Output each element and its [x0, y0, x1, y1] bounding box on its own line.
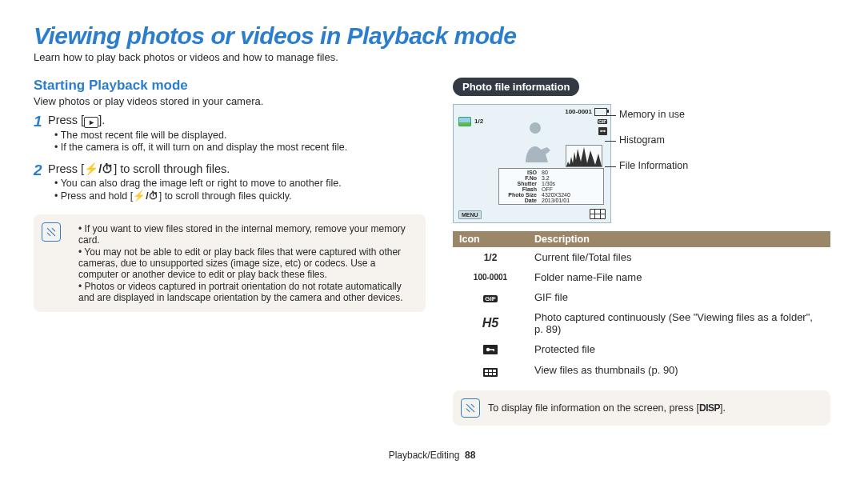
note-box: If you want to view files stored in the …: [34, 214, 426, 312]
step-number: 1: [34, 114, 48, 130]
tip-text-b: ].: [720, 402, 726, 414]
callout-fileinfo: File Information: [619, 160, 688, 171]
thumbnails-button[interactable]: [590, 209, 606, 219]
playback-icon: ▸: [84, 117, 98, 128]
th-desc: Description: [528, 231, 830, 247]
k-flash: Flash: [502, 186, 542, 192]
step2-text-a: Press [: [48, 162, 84, 175]
flash-timer-icon: ⚡/⏱: [133, 190, 158, 202]
step1-bullet-2: If the camera is off, it will turn on an…: [54, 142, 426, 153]
disp-button-label: DISP: [699, 402, 720, 414]
desc-protected: Protected file: [528, 339, 830, 359]
file-number: 100-0001: [565, 108, 592, 115]
footer-section: Playback/Editing: [389, 450, 460, 461]
th-icon: Icon: [453, 231, 528, 247]
footer-page: 88: [465, 450, 475, 461]
tip-text-a: To display file information on the scree…: [488, 402, 699, 414]
section-heading: Starting Playback mode: [34, 78, 426, 94]
icon-table: Icon Description 1/2Current file/Total f…: [453, 231, 830, 381]
note-3: Photos or videos captured in portrait or…: [78, 281, 414, 303]
k-photosize: Photo Size: [502, 192, 542, 198]
menu-button[interactable]: MENU: [458, 210, 482, 219]
v-fno: 3.2: [542, 175, 550, 181]
callout-memory: Memory in use: [619, 109, 688, 120]
photo-silhouette: [511, 119, 559, 168]
right-column: Photo file information 1/2 100-0001: [453, 78, 830, 426]
camera-screen: 1/2 100-0001 GIF ⊶: [453, 104, 611, 223]
subhead-pill: Photo file information: [453, 78, 579, 96]
tip-box: To display file information on the scree…: [453, 390, 830, 426]
step1-text-a: Press [: [48, 114, 84, 126]
step-number: 2: [34, 162, 48, 178]
v-date: 2013/01/01: [542, 198, 570, 203]
desc-fileno: Folder name-File name: [528, 267, 830, 287]
page-title: Viewing photos or videos in Playback mod…: [34, 22, 830, 50]
lock-icon: ⊶: [598, 127, 607, 135]
step2-b2-b: ] to scroll through files quickly.: [159, 190, 292, 202]
v-flash: OFF: [542, 186, 553, 192]
lead-text: Learn how to play back photos or videos …: [34, 51, 830, 63]
step2-bullet-1: You can also drag the image left or righ…: [54, 178, 426, 189]
svg-rect-2: [494, 349, 494, 351]
note-icon: [461, 398, 480, 418]
k-fno: F.No: [502, 175, 542, 181]
section-sub: View photos or play videos stored in you…: [34, 95, 426, 107]
svg-point-0: [486, 347, 490, 350]
file-counter: 1/2: [474, 118, 483, 125]
step-1: 1 Press [▸]. The most recent file will b…: [34, 114, 426, 158]
step1-text-b: ].: [98, 114, 105, 126]
step2-bullet-2: Press and hold [⚡/⏱] to scroll through f…: [54, 190, 426, 202]
flash-timer-icon: ⚡/⏱: [84, 162, 114, 175]
file-info-panel: ISO80 F.No3.2 Shutter1/30s FlashOFF Phot…: [498, 168, 604, 205]
icon-fileno: 100-0001: [453, 267, 528, 287]
icon-continuous: H5: [453, 307, 528, 339]
icon-gif: GIF: [453, 287, 528, 307]
desc-thumbnails: View files as thumbnails (p. 90): [528, 359, 830, 381]
icon-counter: 1/2: [453, 247, 528, 267]
v-shutter: 1/30s: [542, 181, 555, 186]
page-footer: Playback/Editing 88: [34, 450, 830, 461]
note-icon: [42, 222, 61, 242]
step2-text-b: ] to scroll through files.: [114, 162, 230, 175]
k-shutter: Shutter: [502, 181, 542, 186]
desc-continuous: Photo captured continuously (See "Viewin…: [528, 307, 830, 339]
v-iso: 80: [542, 170, 548, 175]
step-2: 2 Press [⚡/⏱] to scroll through files. Y…: [34, 162, 426, 206]
gif-badge: GIF: [598, 119, 607, 124]
note-1: If you want to view files stored in the …: [78, 223, 414, 246]
note-2: You may not be able to edit or play back…: [78, 246, 414, 280]
callout-histogram: Histogram: [619, 134, 688, 146]
left-column: Starting Playback mode View photos or pl…: [34, 78, 426, 426]
k-iso: ISO: [502, 170, 542, 175]
histogram: [566, 145, 602, 167]
callout-labels: Memory in use Histogram File Information: [619, 109, 688, 171]
step2-b2-a: Press and hold [: [61, 190, 133, 202]
icon-thumbnails: [453, 359, 528, 381]
icon-protected: [453, 339, 528, 359]
desc-gif: GIF file: [528, 287, 830, 307]
memory-card-icon: [458, 117, 471, 126]
k-date: Date: [502, 198, 542, 203]
v-photosize: 4320X3240: [542, 192, 570, 198]
step1-bullet-1: The most recent file will be displayed.: [54, 130, 426, 141]
desc-counter: Current file/Total files: [528, 247, 830, 267]
